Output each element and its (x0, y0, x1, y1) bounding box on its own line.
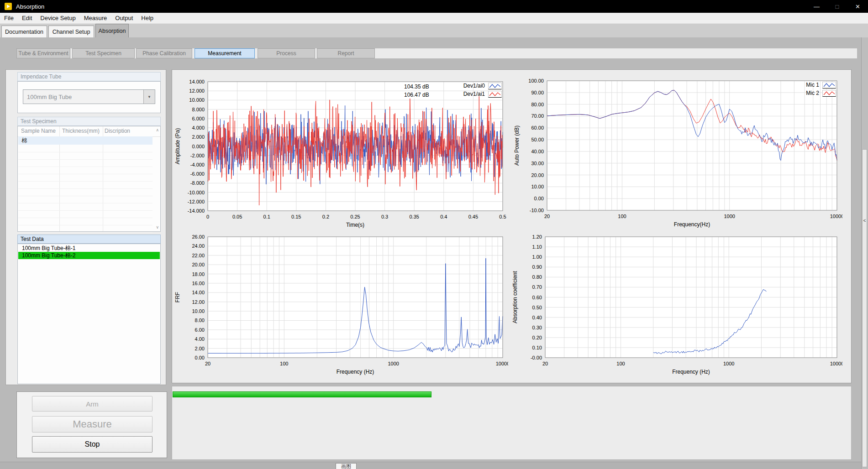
svg-text:0: 0 (206, 214, 209, 219)
svg-text:18.00: 18.00 (192, 271, 205, 277)
table-header-row: Sample NameThickness(mm)Discription (18, 126, 160, 137)
progress-bar (173, 391, 851, 397)
close-button[interactable]: ✕ (847, 0, 868, 13)
menu-bar: FileEditDevice SetupMeasureOutputHelp (0, 13, 868, 24)
legend-label: Dev1/ai1 (463, 91, 485, 97)
svg-text:0.45: 0.45 (468, 214, 478, 219)
right-scroll-track[interactable]: < (862, 149, 867, 467)
column-header-thickness-mm: Thickness(mm) (62, 128, 100, 134)
plot-line-icon (488, 83, 502, 89)
table-row-empty[interactable] (18, 225, 153, 233)
svg-text:Auto Power (dB): Auto Power (dB) (514, 125, 520, 166)
stop-button[interactable]: Stop (32, 436, 153, 453)
column-header-sample-name: Sample Name (21, 128, 56, 134)
subtab-phase-calibration[interactable]: Phase Calibration (136, 48, 192, 58)
table-row-empty[interactable] (18, 181, 153, 189)
impedance-tube-header: Impendace Tube (17, 72, 161, 81)
svg-text:Absorption coefficient: Absorption coefficient (512, 271, 518, 323)
svg-text:60.00: 60.00 (531, 125, 544, 130)
svg-text:100: 100 (618, 214, 626, 219)
svg-text:0.90: 0.90 (532, 264, 542, 270)
svg-text:0.00: 0.00 (195, 355, 205, 360)
panel-expand-icon[interactable]: < (863, 218, 867, 223)
impedance-tube-select[interactable]: 100mm Big Tube ▼ (23, 89, 155, 104)
svg-text:20: 20 (205, 361, 210, 366)
svg-text:10.00: 10.00 (531, 184, 544, 189)
test-data-list: 100mm Big Tube-棉-1100mm Big Tube-棉-2 (17, 244, 161, 384)
table-row-empty[interactable] (18, 152, 153, 160)
svg-text:40.00: 40.00 (531, 149, 544, 154)
table-row-empty[interactable] (18, 196, 153, 203)
table-row-empty[interactable] (18, 167, 153, 174)
menu-measure[interactable]: Measure (80, 13, 111, 23)
svg-text:10000: 10000 (496, 361, 508, 366)
legend-mic-1[interactable]: Mic 1 (806, 81, 836, 89)
control-button-panel: Arm Measure Stop (16, 391, 167, 458)
minimize-button[interactable]: — (806, 0, 827, 13)
svg-text:-8.000: -8.000 (190, 180, 205, 186)
legend-dev1-ai0[interactable]: Dev1/ai0 (463, 82, 502, 89)
svg-text:8.000: 8.000 (192, 107, 205, 112)
legend-dev1-ai1[interactable]: Dev1/ai1 (463, 90, 502, 98)
table-row[interactable]: 棉 (18, 136, 153, 145)
subtab-measurement[interactable]: Measurement (195, 48, 255, 58)
subtab-report[interactable]: Report (317, 48, 375, 58)
table-row-empty[interactable] (18, 210, 153, 218)
subtab-test-specimen[interactable]: Test Specimen (72, 48, 135, 58)
table-row-empty[interactable] (18, 174, 153, 182)
scroll-up-icon[interactable]: ∧ (156, 128, 159, 132)
table-row-empty[interactable] (18, 145, 153, 152)
frf-chart: 26.0024.0022.0020.0018.0016.0014.0012.00… (174, 230, 508, 379)
menu-edit[interactable]: Edit (18, 13, 36, 23)
scroll-down-icon[interactable]: ∨ (156, 225, 159, 229)
svg-text:20: 20 (544, 214, 550, 219)
table-row-empty[interactable] (18, 203, 153, 211)
svg-text:-0.00: -0.00 (531, 355, 542, 360)
svg-text:100.00: 100.00 (528, 78, 544, 83)
legend-mic-2[interactable]: Mic 2 (806, 89, 836, 97)
window-title: Absorption (16, 3, 44, 10)
test-specimen-header: Test Specimen (17, 117, 161, 126)
svg-text:0.10: 0.10 (532, 345, 542, 350)
menu-file[interactable]: File (0, 13, 18, 23)
svg-text:0.70: 0.70 (532, 284, 542, 290)
tab-channel-setup[interactable]: Channel Setup (48, 26, 94, 37)
measure-button[interactable]: Measure (32, 416, 153, 433)
svg-text:10000: 10000 (830, 361, 842, 366)
status-panel (172, 386, 852, 460)
svg-text:1000: 1000 (724, 214, 735, 219)
table-row-empty[interactable] (18, 159, 153, 167)
svg-text:Amplitude (Pa): Amplitude (Pa) (174, 128, 181, 164)
legend-label: Mic 2 (806, 90, 819, 96)
svg-text:100: 100 (280, 361, 288, 366)
svg-text:0.30: 0.30 (532, 325, 542, 330)
absorption-app-window: { "window": {"title": "Absorption"}, "ti… (0, 0, 868, 469)
subtab-process[interactable]: Process (258, 48, 315, 58)
svg-text:-10.000: -10.000 (188, 190, 205, 195)
svg-text:2.000: 2.000 (192, 134, 205, 140)
menu-help[interactable]: Help (137, 13, 158, 23)
dropdown-arrow-icon[interactable]: ▼ (143, 90, 155, 104)
svg-text:0.50: 0.50 (532, 305, 542, 310)
test-data-item[interactable]: 100mm Big Tube-棉-1 (18, 245, 160, 252)
svg-text:0.4: 0.4 (440, 214, 447, 219)
svg-text:0.20: 0.20 (532, 335, 542, 340)
subtab-tube-environment[interactable]: Tube & Environment (16, 48, 70, 58)
svg-text:0.25: 0.25 (350, 214, 360, 219)
tab-draw[interactable]: 画图 (336, 463, 357, 469)
table-row-empty[interactable] (18, 218, 153, 225)
time-waveform-chart: 14.00012.00010.0008.0006.0004.0002.0000.… (174, 75, 508, 232)
svg-text:-2.000: -2.000 (190, 153, 205, 158)
table-row-empty[interactable] (18, 188, 153, 196)
sub-tab-strip: Tube & EnvironmentTest SpecimenPhase Cal… (16, 48, 857, 58)
arm-button[interactable]: Arm (32, 396, 153, 412)
svg-text:8.00: 8.00 (195, 318, 205, 323)
menu-output[interactable]: Output (111, 13, 137, 23)
maximize-button[interactable]: □ (827, 0, 847, 13)
menu-device-setup[interactable]: Device Setup (36, 13, 79, 23)
test-data-item[interactable]: 100mm Big Tube-棉-2 (18, 252, 160, 259)
test-data-header: Test Data (17, 234, 161, 244)
sidebar: Impendace Tube 100mm Big Tube ▼ Test Spe… (5, 69, 166, 385)
tab-absorption[interactable]: Absorption (95, 24, 129, 37)
tab-documentation[interactable]: Documentation (1, 26, 47, 37)
